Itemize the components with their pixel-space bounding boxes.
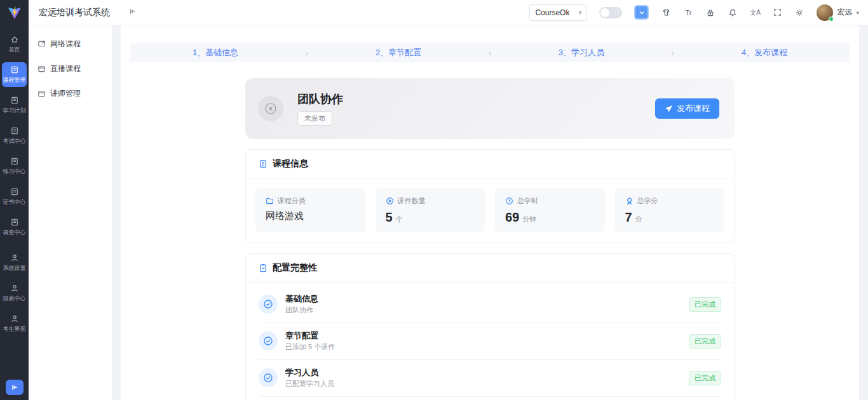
lecturer-icon <box>37 90 46 98</box>
content-column: 团队协作 未发布 发布课程 课程信息 <box>245 78 735 400</box>
menu-collapse-icon[interactable] <box>129 8 137 17</box>
environment-select[interactable]: CourseOk ▾ <box>529 4 587 21</box>
sidebar-item-home[interactable]: 首页 <box>2 32 27 57</box>
check-item-subtitle: 团队协作 <box>285 305 318 315</box>
status-badge: 已完成 <box>689 371 721 385</box>
header-controls: CourseOk ▾ Tr <box>529 4 859 21</box>
sidebar-item-label: 练习中心 <box>3 168 26 176</box>
notifications-button[interactable] <box>728 8 738 18</box>
step-publish-course[interactable]: 4、发布课程 <box>679 47 850 58</box>
collapse-left-icon <box>11 383 18 391</box>
online-status-dot <box>829 17 834 22</box>
sidebar-item-label: 学习计划 <box>3 107 26 115</box>
sidebar-item-survey-center[interactable]: 调查中心 <box>2 215 27 239</box>
stat-value-row: 69 分钟 <box>505 210 595 225</box>
sidebar-item-label: 首页 <box>9 46 20 54</box>
stat-value-row: 7 分 <box>625 210 715 225</box>
sidebar-item-report-center[interactable]: 报表中心 <box>2 281 27 305</box>
doc-icon <box>10 187 19 196</box>
stat-value: 网络游戏 <box>266 210 304 222</box>
check-item-learners: 学习人员 已配置学习人员 已完成 <box>259 359 721 396</box>
check-item-publish-status: 发布状态 课程未发布 未完成 <box>259 396 721 400</box>
app-logo <box>0 0 29 25</box>
settings-button[interactable] <box>794 8 804 18</box>
course-status-badge: 未发布 <box>297 111 332 126</box>
sidebar-item-exam-center[interactable]: 考试中心 <box>2 123 27 148</box>
sidebar-item-candidate-view[interactable]: 考生界面 <box>2 311 27 336</box>
publish-course-button[interactable]: 发布课程 <box>655 98 719 119</box>
person-icon <box>10 253 19 262</box>
stat-label: 课程分类 <box>278 196 306 206</box>
check-circle <box>259 331 278 350</box>
chevron-right-icon: › <box>301 48 313 58</box>
language-switch-button[interactable]: 文A <box>750 8 760 18</box>
submenu-item-label: 网络课程 <box>50 39 81 50</box>
check-item-title: 基础信息 <box>285 293 318 304</box>
document-icon <box>259 159 268 168</box>
user-name: 宏远 <box>837 7 852 18</box>
step-chapter-config[interactable]: 2、章节配置 <box>313 47 484 58</box>
step-learners[interactable]: 3、学习人员 <box>496 47 667 58</box>
doc-icon <box>10 96 19 105</box>
step-basic-info[interactable]: 1、基础信息 <box>130 47 301 58</box>
fullscreen-button[interactable] <box>772 8 782 18</box>
completeness-list: 基础信息 团队协作 已完成 <box>246 283 734 400</box>
course-info-title: 课程信息 <box>273 158 308 170</box>
primary-sidebar: 首页 课程管理 学习计划 考试中心 练习中心 证书中心 <box>0 0 29 400</box>
sidebar-item-study-plan[interactable]: 学习计划 <box>2 93 27 117</box>
app-root: 首页 课程管理 学习计划 考试中心 练习中心 证书中心 <box>0 0 868 400</box>
submenu-item-lecturer-mgmt[interactable]: 讲师管理 <box>29 81 112 106</box>
theme-toggle[interactable] <box>599 7 622 18</box>
sidebar-item-label: 证书中心 <box>3 198 26 206</box>
chevron-right-icon: › <box>667 48 679 58</box>
check-item-basic-info: 基础信息 团队协作 已完成 <box>259 286 721 323</box>
clock-icon <box>505 197 513 205</box>
stat-total-credits: 总学分 7 分 <box>615 188 725 232</box>
submenu-item-label: 讲师管理 <box>50 88 81 99</box>
font-size-button[interactable]: Tr <box>683 8 693 18</box>
sidebar-item-label: 报表中心 <box>3 295 26 303</box>
stat-value: 69 <box>505 210 519 225</box>
shirt-icon <box>661 8 671 17</box>
chevron-right-icon: › <box>484 48 496 58</box>
stat-total-hours: 总学时 69 分钟 <box>495 188 605 232</box>
main-area: 1、基础信息 › 2、章节配置 › 3、学习人员 › 4、发布课程 <box>113 25 868 400</box>
doc-icon <box>10 65 19 74</box>
live-course-icon <box>37 65 46 73</box>
environment-select-value: CourseOk <box>535 8 569 17</box>
person-icon <box>10 284 19 293</box>
lock-icon <box>706 8 715 17</box>
medal-icon <box>625 197 634 205</box>
primary-nav: 首页 课程管理 学习计划 考试中心 练习中心 证书中心 <box>0 25 29 380</box>
sidebar-collapse-button[interactable] <box>6 380 24 395</box>
check-circle-icon <box>263 299 273 309</box>
theme-skin-button[interactable] <box>661 8 671 18</box>
chevron-down-icon: ▾ <box>856 10 859 16</box>
check-circle-icon <box>263 336 273 346</box>
sidebar-item-practice-center[interactable]: 练习中心 <box>2 154 27 178</box>
stat-label: 总学分 <box>637 196 658 206</box>
config-completeness-card: 配置完整性 基础信息 团队协作 <box>245 253 735 400</box>
user-menu[interactable]: 宏远 ▾ <box>817 4 859 21</box>
check-item-title: 学习人员 <box>285 367 334 378</box>
submenu-item-live-course[interactable]: 直播课程 <box>29 57 112 81</box>
logo-icon <box>7 5 22 20</box>
stat-label-row: 总学分 <box>625 196 715 206</box>
body-row: 网络课程 直播课程 讲师管理 1、基础信息 › <box>29 25 868 400</box>
sidebar-item-system-settings[interactable]: 系统设置 <box>2 250 27 275</box>
lock-screen-button[interactable] <box>705 8 715 18</box>
fullscreen-icon <box>773 8 782 17</box>
course-heading: 团队协作 未发布 <box>297 92 343 126</box>
sidebar-item-certificate-center[interactable]: 证书中心 <box>2 184 27 209</box>
play-circle-icon <box>386 197 394 205</box>
submenu-item-network-course[interactable]: 网络课程 <box>29 32 112 57</box>
check-circle-icon <box>263 373 273 383</box>
status-badge: 已完成 <box>689 297 721 312</box>
doc-icon <box>10 218 19 227</box>
top-header: 宏远培训考试系统 CourseOk ▾ T <box>29 0 868 25</box>
home-icon <box>10 35 19 44</box>
sidebar-item-course-mgmt[interactable]: 课程管理 <box>2 62 27 87</box>
user-avatar <box>817 4 833 21</box>
accent-dropdown-button[interactable] <box>634 5 649 20</box>
stat-value: 7 <box>625 210 632 225</box>
